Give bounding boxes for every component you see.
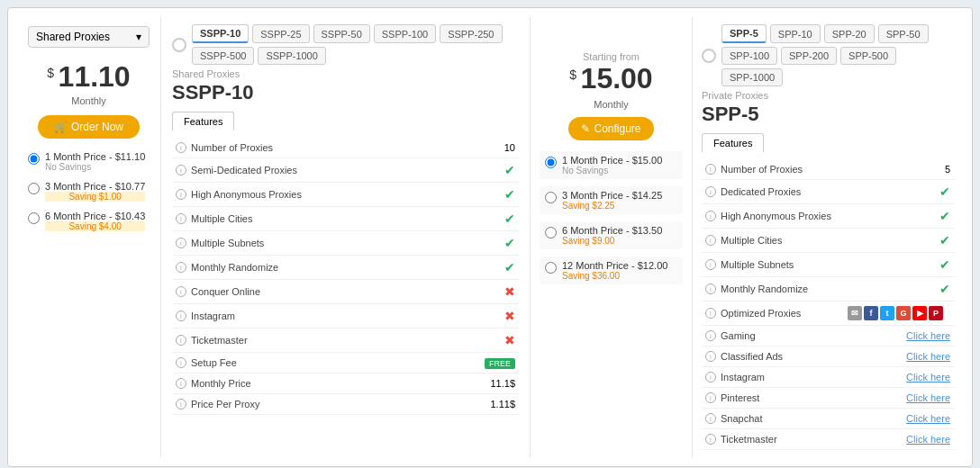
info-icon: i: [176, 262, 186, 273]
private-tabs: SPP-5 SPP-10 SPP-20 SPP-50 SPP-100 SPP-2…: [721, 24, 954, 86]
tab-spp-1000[interactable]: SPP-1000: [721, 68, 783, 86]
plan-option-3: 6 Month Price - $10.43 Saving $4.00: [28, 211, 150, 231]
info-icon: i: [176, 378, 186, 389]
table-row: iPinterest Click here: [702, 388, 954, 409]
check-icon: ✔: [939, 184, 950, 199]
tab-sspp-10[interactable]: SSPP-10: [192, 24, 249, 43]
tab-spp-20[interactable]: SPP-20: [824, 24, 875, 43]
mid-plan-radio-1[interactable]: [545, 157, 557, 168]
classified-ads-link[interactable]: Click here: [906, 351, 950, 362]
tab-sspp-250[interactable]: SSPP-250: [440, 24, 502, 43]
order-now-button[interactable]: 🛒 Order Now: [38, 115, 140, 139]
check-icon: ✔: [504, 163, 515, 177]
pinterest-link[interactable]: Click here: [906, 392, 950, 403]
plan-savings-3: Saving $4.00: [45, 221, 145, 231]
tab-sspp-500[interactable]: SSPP-500: [192, 47, 254, 65]
shared-proxies-dropdown[interactable]: Shared Proxies ▾: [28, 26, 150, 48]
tab-sspp-1000[interactable]: SSPP-1000: [258, 47, 325, 65]
private-features-tab-row: Features: [702, 133, 954, 152]
price-amount: 15.00: [581, 62, 653, 94]
chevron-down-icon: ▾: [136, 31, 141, 43]
tab-sspp-50[interactable]: SSPP-50: [313, 24, 370, 43]
snapchat-link[interactable]: Click here: [906, 413, 950, 424]
plan-radio-1[interactable]: [28, 153, 40, 165]
tab-spp-10[interactable]: SPP-10: [770, 24, 821, 43]
tab-spp-5[interactable]: SPP-5: [721, 24, 767, 43]
mid-plan-radio-4[interactable]: [545, 262, 557, 274]
private-features-tab[interactable]: Features: [702, 133, 764, 152]
table-row: iNumber of Proxies 10: [172, 138, 519, 158]
instagram-link[interactable]: Click here: [906, 372, 950, 382]
cross-icon: ✖: [504, 309, 515, 323]
shared-tabs: SSPP-10 SSPP-25 SSPP-50 SSPP-100 SSPP-25…: [192, 24, 519, 65]
table-row: iHigh Anonymous Proxies ✔: [172, 183, 519, 207]
table-row: iMonthly Price 11.1$: [172, 374, 519, 394]
configure-button[interactable]: ✎ Configure: [568, 117, 653, 140]
shared-package-title: SSPP-10: [172, 81, 519, 104]
twitter-icon: t: [880, 306, 894, 320]
info-icon: i: [176, 213, 186, 224]
info-icon: i: [176, 357, 186, 368]
shared-proxies-panel: SSPP-10 SSPP-25 SSPP-50 SSPP-100 SSPP-25…: [161, 17, 531, 457]
price-amount: 11.10: [59, 60, 131, 93]
order-now-label: Order Now: [71, 121, 123, 133]
info-icon: i: [705, 351, 716, 362]
table-row: iSemi-Dedicated Proxies ✔: [172, 158, 519, 183]
info-icon: i: [176, 189, 186, 200]
plan-option-1: 1 Month Price - $11.10 No Savings: [28, 151, 150, 172]
tab-spp-200[interactable]: SPP-200: [781, 47, 837, 65]
configure-icon: ✎: [581, 122, 590, 135]
tab-spp-50[interactable]: SPP-50: [878, 24, 929, 43]
plan-radio-2[interactable]: [28, 183, 40, 194]
tab-sspp-100[interactable]: SSPP-100: [374, 24, 436, 43]
check-icon: ✔: [504, 236, 515, 250]
check-icon: ✔: [504, 187, 515, 202]
opt-label-1: 1 Month Price - $15.00: [562, 155, 662, 166]
info-icon: i: [176, 238, 186, 248]
cross-icon: ✖: [504, 333, 515, 347]
info-icon: i: [705, 392, 716, 403]
mid-plan-radio-3[interactable]: [545, 227, 557, 238]
info-icon: i: [705, 434, 716, 445]
configure-label: Configure: [594, 122, 640, 135]
plan-radio-3[interactable]: [28, 212, 40, 224]
free-badge: FREE: [485, 358, 515, 369]
table-row: iMonthly Randomize ✔: [172, 256, 519, 280]
table-row: iSetup Fee FREE: [172, 353, 519, 374]
dollar-sign: $: [569, 68, 576, 82]
mid-plan-radio-2[interactable]: [545, 192, 557, 203]
private-features-table: iNumber of Proxies 5 iDedicated Proxies …: [702, 159, 954, 450]
table-row: iHigh Anonymous Proxies ✔: [702, 204, 954, 229]
table-row: iTicketmaster Click here: [702, 429, 954, 450]
plan-savings-1: No Savings: [45, 162, 145, 172]
price-option-4: 12 Month Price - $12.00 Saving $36.00: [540, 256, 683, 284]
facebook-icon: f: [864, 306, 878, 320]
progress-circle-private: [702, 49, 716, 63]
tab-sspp-25[interactable]: SSPP-25: [252, 24, 309, 43]
info-icon: i: [176, 399, 186, 410]
opt-savings-2: Saving $2.25: [562, 201, 662, 211]
gaming-link[interactable]: Click here: [906, 330, 950, 341]
info-icon: i: [705, 235, 716, 246]
tab-spp-100[interactable]: SPP-100: [721, 47, 777, 65]
opt-savings-4: Saving $36.00: [562, 271, 667, 281]
table-row: iMultiple Subnets ✔: [172, 231, 519, 256]
info-icon: i: [705, 259, 716, 270]
opt-label-2: 3 Month Price - $14.25: [562, 190, 662, 201]
opt-savings-1: No Savings: [562, 166, 662, 176]
opt-savings-3: Saving $9.00: [562, 236, 662, 246]
table-row: iSnapchat Click here: [702, 409, 954, 429]
starting-from-label: Starting from: [540, 51, 683, 62]
shared-features-tab[interactable]: Features: [172, 112, 234, 130]
table-row: iMultiple Cities ✔: [172, 207, 519, 231]
tab-spp-500[interactable]: SPP-500: [840, 47, 896, 65]
info-icon: i: [176, 142, 186, 153]
ticketmaster-link[interactable]: Click here: [906, 434, 950, 445]
shared-proxies-dropdown-label: Shared Proxies: [36, 31, 110, 43]
check-icon: ✔: [504, 212, 515, 226]
check-icon: ✔: [504, 260, 515, 274]
info-icon: i: [176, 335, 186, 346]
email-icon: ✉: [848, 306, 862, 320]
plan-label-2: 3 Month Price - $10.77: [45, 181, 145, 192]
info-icon: i: [705, 186, 716, 197]
